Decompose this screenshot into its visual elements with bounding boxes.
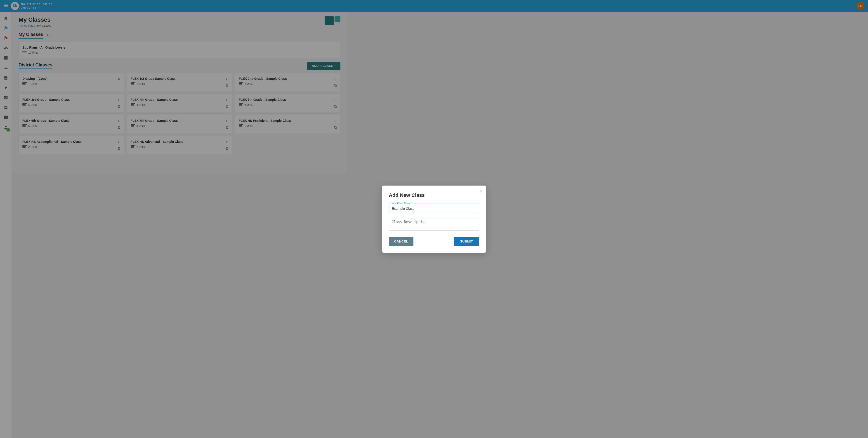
modal-overlay[interactable]: × Add New Class New Class Name * CANCEL … — [0, 0, 347, 174]
